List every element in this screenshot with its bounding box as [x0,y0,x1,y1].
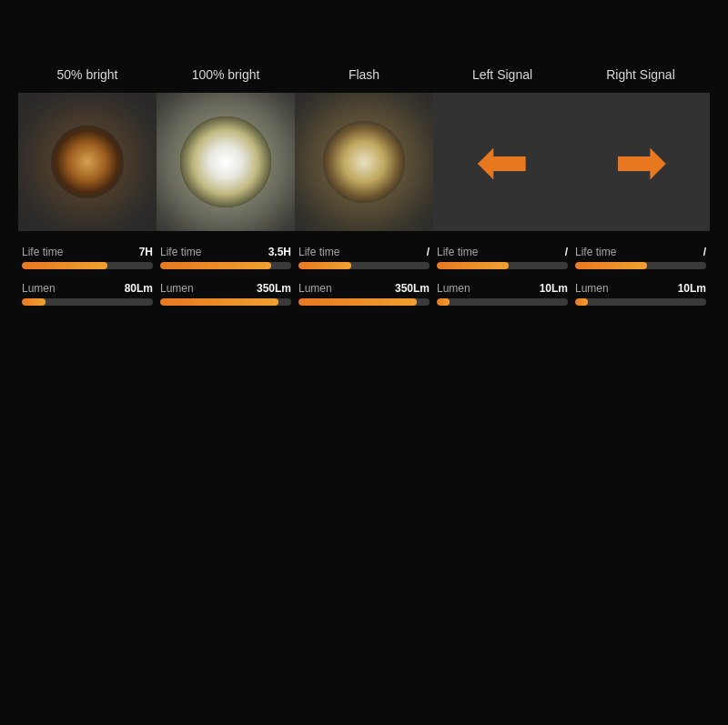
mode-image-col-100-bright [157,93,295,231]
modes-container: 50% bright100% brightFlashLeft SignalRig… [18,64,710,93]
lumen-row-100-bright: Lumen350Lm [160,282,291,295]
arrow-right-icon: ➡ [614,130,668,194]
mode-label-left-signal: Left Signal [472,64,532,86]
lifetime-value-right-signal: / [703,246,706,258]
lifetime-label-50-bright: Life time [22,246,63,258]
mode-label-col-50-bright: 50% bright [18,64,157,93]
lumen-bar-track-flash [298,298,430,306]
lifetime-row-right-signal: Life time/ [575,246,706,258]
mode-image-flash [295,93,433,231]
lifetime-row-50-bright: Life time7H [22,246,153,258]
lifetime-value-left-signal: / [565,246,568,258]
lifetime-bar-track-flash [298,262,430,269]
lifetime-label-100-bright: Life time [160,246,201,258]
mode-image-50-bright [18,93,157,231]
lumen-label-right-signal: Lumen [575,282,609,295]
lumen-value-right-signal: 10Lm [678,282,706,295]
stat-col-flash: Life time/Lumen350Lm [295,246,433,318]
lumen-bar-track-left-signal [437,298,568,306]
lifetime-row-100-bright: Life time3.5H [160,246,291,258]
mode-label-right-signal: Right Signal [606,64,675,86]
lifetime-bar-track-right-signal [575,262,706,269]
lumen-row-50-bright: Lumen80Lm [22,282,153,295]
modes-images-row: ⬅➡ [18,93,710,231]
lifetime-label-right-signal: Life time [575,246,616,258]
lifetime-value-100-bright: 3.5H [268,246,291,258]
mode-label-col-flash: Flash [295,64,433,93]
mode-image-100-bright [157,93,295,231]
lifetime-bar-track-100-bright [160,262,291,269]
lifetime-row-flash: Life time/ [298,246,430,258]
mode-image-col-left-signal: ⬅ [433,93,571,231]
mode-image-col-flash [295,93,433,231]
lifetime-label-left-signal: Life time [437,246,478,258]
lifetime-bar-track-50-bright [22,262,153,269]
lumen-bar-fill-right-signal [575,298,588,306]
lifetime-bar-fill-50-bright [22,262,107,269]
lifetime-bar-fill-100-bright [160,262,271,269]
lumen-label-flash: Lumen [298,282,332,295]
lifetime-bar-fill-left-signal [437,262,509,269]
lumen-value-50-bright: 80Lm [125,282,153,295]
arrow-left-icon: ⬅ [476,130,530,194]
lumen-bar-fill-left-signal [437,298,450,306]
mode-image-col-right-signal: ➡ [571,93,710,231]
glow-flash-icon [323,121,405,203]
stat-col-right-signal: Life time/Lumen10Lm [571,246,710,318]
mode-label-col-right-signal: Right Signal [571,64,710,93]
lumen-row-flash: Lumen350Lm [298,282,430,295]
lifetime-bar-fill-right-signal [575,262,647,269]
mode-image-col-50-bright [18,93,157,231]
mode-label-col-left-signal: Left Signal [433,64,571,93]
lumen-row-right-signal: Lumen10Lm [575,282,706,295]
mode-label-50-bright: 50% bright [57,64,118,86]
lumen-value-left-signal: 10Lm [540,282,568,295]
lumen-bar-fill-flash [298,298,417,306]
mode-label-flash: Flash [349,64,379,86]
lumen-bar-fill-50-bright [22,298,46,306]
mode-label-col-100-bright: 100% bright [157,64,295,93]
lifetime-value-50-bright: 7H [139,246,153,258]
page: 50% bright100% brightFlashLeft SignalRig… [0,0,728,725]
lifetime-value-flash: / [427,246,430,258]
lumen-label-left-signal: Lumen [437,282,470,295]
stat-col-100-bright: Life time3.5HLumen350Lm [157,246,295,318]
lumen-row-left-signal: Lumen10Lm [437,282,568,295]
mode-image-left-signal: ⬅ [433,93,571,231]
lumen-value-flash: 350Lm [395,282,430,295]
mode-image-right-signal: ➡ [571,93,710,231]
lumen-bar-track-100-bright [160,298,291,306]
lumen-label-50-bright: Lumen [22,282,56,295]
lumen-value-100-bright: 350Lm [257,282,291,295]
lifetime-label-flash: Life time [298,246,339,258]
lumen-bar-track-right-signal [575,298,706,306]
glow-50-icon [51,126,124,198]
lumen-label-100-bright: Lumen [160,282,194,295]
lumen-bar-track-50-bright [22,298,153,306]
mode-label-100-bright: 100% bright [192,64,260,86]
lumen-bar-fill-100-bright [160,298,278,306]
stat-col-left-signal: Life time/Lumen10Lm [433,246,571,318]
glow-100-icon [180,116,271,207]
lifetime-bar-fill-flash [298,262,351,269]
lifetime-bar-track-left-signal [437,262,568,269]
stats-section: Life time7HLumen80LmLife time3.5HLumen35… [18,246,710,318]
lifetime-row-left-signal: Life time/ [437,246,568,258]
stat-col-50-bright: Life time7HLumen80Lm [18,246,157,318]
